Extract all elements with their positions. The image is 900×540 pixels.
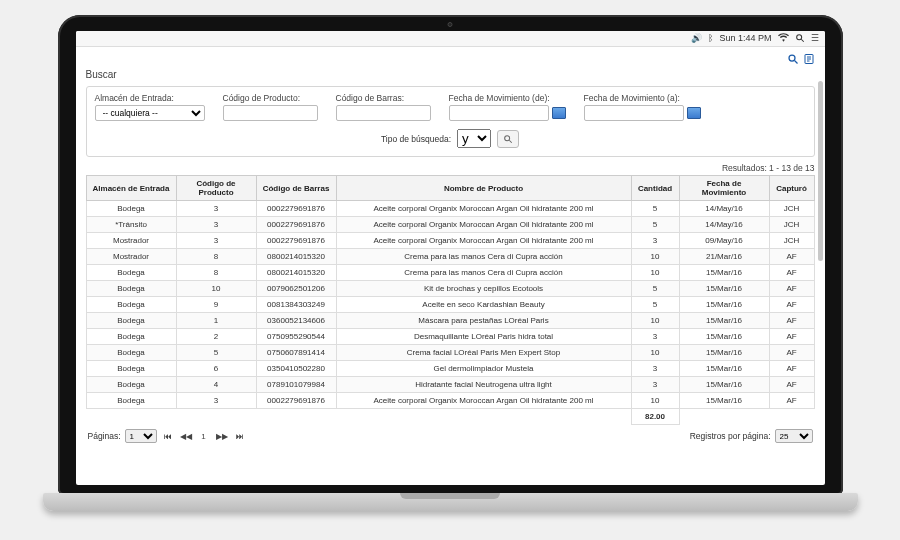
col-almacen[interactable]: Almacén de Entrada (86, 176, 176, 201)
scrollbar[interactable] (818, 51, 823, 481)
cell-nombre: Aceite en seco Kardashian Beauty (336, 297, 631, 313)
col-barras[interactable]: Código de Barras (256, 176, 336, 201)
cell-capturo: AF (769, 281, 814, 297)
cell-fecha: 15/Mar/16 (679, 297, 769, 313)
tipo-busqueda-select[interactable]: y (457, 129, 491, 148)
cell-nombre: Máscara para pestañas LOréal Paris (336, 313, 631, 329)
col-capturo[interactable]: Capturó (769, 176, 814, 201)
calendar-icon[interactable] (687, 107, 701, 119)
col-codigo[interactable]: Código de Producto (176, 176, 256, 201)
screen-bezel: 🔊 ᛒ Sun 1:44 PM ☰ (58, 15, 843, 495)
col-nombre[interactable]: Nombre de Producto (336, 176, 631, 201)
scrollbar-thumb[interactable] (818, 81, 823, 261)
cell-codigo: 8 (176, 249, 256, 265)
cell-codigo: 3 (176, 233, 256, 249)
table-row[interactable]: Bodega10360052134606Máscara para pestaña… (86, 313, 814, 329)
search-button[interactable] (497, 130, 519, 148)
table-row[interactable]: Bodega60350410502280Gel dermolimpiador M… (86, 361, 814, 377)
cell-almacen: Mostrador (86, 249, 176, 265)
fecha-a-input[interactable] (584, 105, 684, 121)
table-row[interactable]: Bodega30002279691876Aceite corporal Orga… (86, 201, 814, 217)
laptop-base (43, 493, 858, 511)
per-page-select[interactable]: 25 (775, 429, 813, 443)
camera-dot (448, 22, 453, 27)
table-row[interactable]: Mostrador30002279691876Aceite corporal O… (86, 233, 814, 249)
volume-icon[interactable]: 🔊 (691, 34, 702, 43)
table-header-row: Almacén de Entrada Código de Producto Có… (86, 176, 814, 201)
cell-barras: 0002279691876 (256, 233, 336, 249)
cell-fecha: 15/Mar/16 (679, 377, 769, 393)
cell-capturo: AF (769, 297, 814, 313)
page-indicator: 1 (197, 430, 211, 442)
table-row[interactable]: Bodega40789101079984Hidratante facial Ne… (86, 377, 814, 393)
fecha-a-label: Fecha de Movimiento (a): (584, 93, 701, 103)
cell-almacen: *Tránsito (86, 217, 176, 233)
last-page-icon[interactable]: ⏭ (233, 430, 247, 442)
cell-fecha: 15/Mar/16 (679, 265, 769, 281)
table-row[interactable]: Bodega30002279691876Aceite corporal Orga… (86, 393, 814, 409)
pages-label: Páginas: (88, 431, 121, 441)
cell-barras: 0350410502280 (256, 361, 336, 377)
cell-barras: 0800214015320 (256, 249, 336, 265)
cell-barras: 0002279691876 (256, 201, 336, 217)
cell-cantidad: 10 (631, 393, 679, 409)
table-row[interactable]: Mostrador80800214015320Crema para las ma… (86, 249, 814, 265)
table-row[interactable]: Bodega90081384303249Aceite en seco Karda… (86, 297, 814, 313)
table-row[interactable]: *Tránsito30002279691876Aceite corporal O… (86, 217, 814, 233)
search-icon[interactable] (795, 33, 805, 45)
table-row[interactable]: Bodega100079062501206Kit de brochas y ce… (86, 281, 814, 297)
per-page-label: Registros por página: (690, 431, 771, 441)
almacen-select[interactable]: -- cualquiera -- (95, 105, 205, 121)
cell-almacen: Bodega (86, 393, 176, 409)
table-row[interactable]: Bodega20750955290544Desmaquillante LOréa… (86, 329, 814, 345)
prev-page-icon[interactable]: ◀◀ (179, 430, 193, 442)
bluetooth-icon[interactable]: ᛒ (708, 34, 713, 43)
svg-point-0 (796, 34, 801, 39)
page-select[interactable]: 1 (125, 429, 157, 443)
cell-codigo: 3 (176, 393, 256, 409)
search-page-icon[interactable] (787, 53, 799, 67)
macos-menubar: 🔊 ᛒ Sun 1:44 PM ☰ (76, 31, 825, 47)
cell-fecha: 14/May/16 (679, 201, 769, 217)
cell-barras: 0750607891414 (256, 345, 336, 361)
wifi-icon[interactable] (778, 33, 789, 44)
cell-almacen: Bodega (86, 281, 176, 297)
cell-fecha: 15/Mar/16 (679, 281, 769, 297)
cell-barras: 0079062501206 (256, 281, 336, 297)
col-cantidad[interactable]: Cantidad (631, 176, 679, 201)
next-page-icon[interactable]: ▶▶ (215, 430, 229, 442)
cell-cantidad: 5 (631, 217, 679, 233)
table-row[interactable]: Bodega80800214015320Crema para las manos… (86, 265, 814, 281)
cell-codigo: 1 (176, 313, 256, 329)
cell-capturo: JCH (769, 217, 814, 233)
cell-barras: 0750955290544 (256, 329, 336, 345)
cell-nombre: Crema para las manos Cera di Cupra acció… (336, 265, 631, 281)
cell-almacen: Bodega (86, 265, 176, 281)
codigo-barras-input[interactable] (336, 105, 431, 121)
menu-icon[interactable]: ☰ (811, 34, 819, 43)
cell-cantidad: 3 (631, 361, 679, 377)
cell-nombre: Crema para las manos Cera di Cupra acció… (336, 249, 631, 265)
calendar-icon[interactable] (552, 107, 566, 119)
col-fecha[interactable]: Fecha de Movimiento (679, 176, 769, 201)
cell-almacen: Mostrador (86, 233, 176, 249)
clock[interactable]: Sun 1:44 PM (719, 34, 771, 43)
first-page-icon[interactable]: ⏮ (161, 430, 175, 442)
cell-capturo: AF (769, 377, 814, 393)
fecha-de-input[interactable] (449, 105, 549, 121)
results-count: Resultados: 1 - 13 de 13 (86, 163, 815, 173)
table-row[interactable]: Bodega50750607891414Crema facial LOréal … (86, 345, 814, 361)
cell-capturo: AF (769, 393, 814, 409)
cell-codigo: 10 (176, 281, 256, 297)
svg-line-3 (794, 61, 797, 64)
cell-capturo: AF (769, 249, 814, 265)
cell-nombre: Aceite corporal Organix Moroccan Argan O… (336, 233, 631, 249)
export-icon[interactable] (803, 53, 815, 67)
cell-capturo: JCH (769, 201, 814, 217)
cell-capturo: AF (769, 313, 814, 329)
cell-codigo: 9 (176, 297, 256, 313)
cell-cantidad: 5 (631, 297, 679, 313)
cell-cantidad: 5 (631, 201, 679, 217)
cell-cantidad: 10 (631, 249, 679, 265)
codigo-producto-input[interactable] (223, 105, 318, 121)
